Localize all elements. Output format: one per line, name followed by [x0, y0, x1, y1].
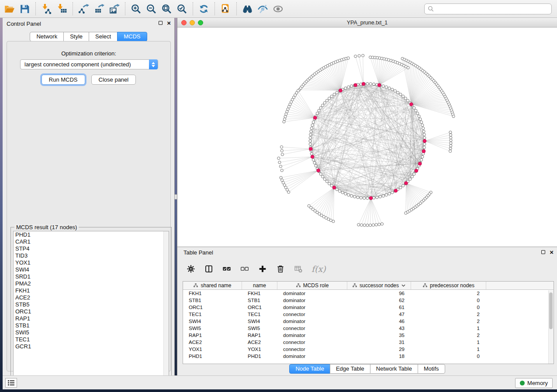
mcds-result-item[interactable]: YOX1: [14, 259, 169, 266]
mcds-hub-node[interactable]: [377, 83, 381, 87]
mcds-result-item[interactable]: SWI5: [14, 329, 169, 336]
zoom-fit-button[interactable]: [161, 3, 173, 15]
tab-select[interactable]: Select: [89, 32, 118, 41]
zoom-selected-button[interactable]: [176, 3, 188, 15]
share-document-button[interactable]: [220, 3, 232, 15]
delete-column-button[interactable]: [276, 264, 285, 274]
table-row[interactable]: TEC1TEC1connector472: [183, 311, 554, 318]
cell-successor-nodes[interactable]: 35: [347, 332, 411, 339]
tab-mcds[interactable]: MCDS: [117, 32, 147, 41]
mcds-hub-node[interactable]: [309, 147, 312, 151]
close-panel-icon[interactable]: ×: [167, 21, 171, 25]
mcds-hub-node[interactable]: [415, 169, 418, 172]
cell-successor-nodes[interactable]: 96: [347, 290, 411, 297]
import-network-button[interactable]: [41, 3, 52, 15]
task-history-button[interactable]: [5, 378, 17, 388]
mcds-hub-node[interactable]: [362, 82, 365, 86]
cell-successor-nodes[interactable]: 46: [347, 318, 411, 325]
mcds-hub-node[interactable]: [418, 162, 422, 165]
cell-predecessor-nodes[interactable]: 1: [411, 339, 486, 346]
tab-network[interactable]: Network: [30, 32, 64, 41]
hide-selected-button[interactable]: [257, 3, 269, 15]
cell-predecessor-nodes[interactable]: 2: [411, 318, 486, 325]
cell-shared-name[interactable]: PHD1: [183, 353, 242, 360]
cell-name[interactable]: SWI4: [242, 318, 277, 325]
show-columns-button[interactable]: [204, 264, 214, 274]
mcds-result-item[interactable]: STP4: [14, 245, 169, 252]
table-row[interactable]: RAP1RAP1dominator352: [183, 332, 554, 339]
add-column-button[interactable]: [258, 264, 267, 274]
mcds-result-list[interactable]: PHD1CAR1STP4TID3YOX1SWI4SRD1PMA2FKH1ACE2…: [13, 231, 169, 387]
cell-mcds-role[interactable]: dominator: [277, 318, 347, 325]
run-mcds-button[interactable]: Run MCDS: [42, 75, 85, 85]
cell-predecessor-nodes[interactable]: 2: [411, 332, 486, 339]
cell-name[interactable]: YOX1: [242, 346, 277, 353]
cell-successor-nodes[interactable]: 62: [347, 297, 411, 304]
table-row[interactable]: YOX1YOX1connector291: [183, 346, 554, 353]
export-network-button[interactable]: [78, 3, 90, 15]
show-all-button[interactable]: [272, 3, 284, 15]
cell-predecessor-nodes[interactable]: 2: [411, 311, 486, 318]
mcds-list-scrollbar[interactable]: [163, 231, 169, 386]
cell-mcds-role[interactable]: dominator: [277, 353, 347, 360]
cell-shared-name[interactable]: FKH1: [183, 290, 242, 297]
cell-shared-name[interactable]: STB1: [183, 297, 242, 304]
cell-shared-name[interactable]: RAP1: [183, 332, 242, 339]
apply-layout-button[interactable]: [198, 3, 210, 15]
column-header-predecessor-nodes[interactable]: predecessor nodes: [411, 282, 486, 289]
cell-name[interactable]: FKH1: [242, 290, 277, 297]
float-table-panel-icon[interactable]: [541, 250, 545, 254]
mcds-hub-node[interactable]: [405, 182, 408, 185]
cell-name[interactable]: ORC1: [242, 304, 277, 311]
network-search-button[interactable]: [242, 3, 253, 15]
cell-name[interactable]: SWI5: [242, 325, 277, 332]
export-table-button[interactable]: [93, 3, 105, 15]
mcds-hub-node[interactable]: [311, 155, 314, 158]
table-row[interactable]: FKH1FKH1dominator962: [183, 290, 554, 297]
cell-predecessor-nodes[interactable]: 0: [411, 304, 486, 311]
float-panel-icon[interactable]: [159, 21, 163, 25]
cell-successor-nodes[interactable]: 31: [347, 339, 411, 346]
tab-motifs[interactable]: Motifs: [418, 364, 445, 374]
cell-predecessor-nodes[interactable]: 0: [411, 297, 486, 304]
close-panel-button[interactable]: Close panel: [91, 75, 136, 85]
table-settings-button[interactable]: [186, 264, 196, 274]
column-header-MCDS-role[interactable]: MCDS role: [277, 282, 347, 289]
deselect-all-rows-button[interactable]: [240, 264, 249, 274]
table-row[interactable]: SWI4SWI4dominator462: [183, 318, 554, 325]
cell-successor-nodes[interactable]: 29: [347, 346, 411, 353]
cell-predecessor-nodes[interactable]: 2: [411, 290, 486, 297]
table-row[interactable]: ORC1ORC1dominator610: [183, 304, 554, 311]
network-graph[interactable]: [177, 28, 557, 247]
cell-predecessor-nodes[interactable]: 0: [411, 353, 486, 360]
table-row[interactable]: SWI5SWI5connector431: [183, 325, 554, 332]
mcds-hub-node[interactable]: [410, 103, 413, 106]
tab-edge-table[interactable]: Edge Table: [330, 364, 370, 374]
cell-successor-nodes[interactable]: 61: [347, 304, 411, 311]
mcds-result-item[interactable]: PHD1: [14, 231, 169, 238]
search-input[interactable]: [424, 3, 552, 14]
cell-shared-name[interactable]: SWI4: [183, 318, 242, 325]
mcds-result-item[interactable]: STB1: [14, 322, 169, 329]
mcds-result-item[interactable]: TID3: [14, 252, 169, 259]
mcds-hub-node[interactable]: [422, 150, 426, 153]
cell-shared-name[interactable]: TEC1: [183, 311, 242, 318]
column-header-name[interactable]: name: [242, 282, 277, 289]
network-graph-svg[interactable]: [177, 28, 557, 247]
mcds-result-item[interactable]: CAR1: [14, 238, 169, 245]
cell-mcds-role[interactable]: dominator: [277, 304, 347, 311]
mcds-result-item[interactable]: ACE2: [14, 294, 169, 301]
cell-successor-nodes[interactable]: 43: [347, 325, 411, 332]
mcds-hub-node[interactable]: [354, 83, 357, 87]
optimization-criterion-select[interactable]: largest connected component (undirected): [20, 59, 158, 69]
mcds-hub-node[interactable]: [332, 186, 336, 189]
mcds-result-item[interactable]: RAP1: [14, 315, 169, 322]
mcds-hub-node[interactable]: [423, 139, 426, 143]
select-all-rows-button[interactable]: [222, 264, 232, 274]
mcds-hub-node[interactable]: [394, 189, 398, 193]
mcds-hub-node[interactable]: [317, 169, 320, 172]
mcds-result-item[interactable]: ORC1: [14, 308, 169, 315]
import-table-button[interactable]: [56, 3, 68, 15]
mcds-result-item[interactable]: FKH1: [14, 287, 169, 294]
mcds-result-item[interactable]: SRD1: [14, 273, 169, 280]
